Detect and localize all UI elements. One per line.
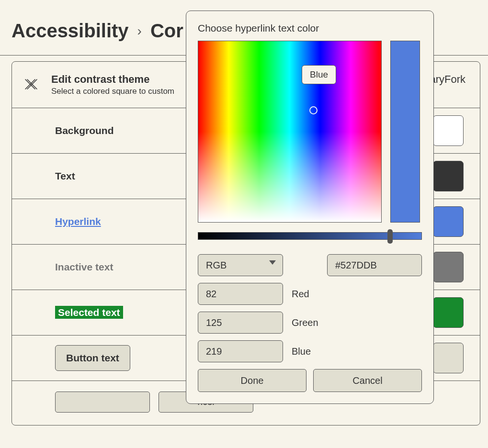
palette-icon xyxy=(23,75,40,92)
green-input[interactable]: 125 xyxy=(198,312,283,334)
selected-highlight: Selected text xyxy=(55,306,123,319)
breadcrumb-current: Cor xyxy=(150,20,183,42)
value-preview-bar[interactable] xyxy=(390,41,420,223)
panel-title: Edit contrast theme xyxy=(51,73,174,86)
swatch-text[interactable] xyxy=(433,161,464,191)
slider-thumb[interactable] xyxy=(387,229,393,244)
swatch-hyperlink[interactable] xyxy=(433,206,464,237)
red-label: Red xyxy=(292,289,309,300)
save-button[interactable] xyxy=(55,392,150,413)
chevron-right-icon: › xyxy=(137,23,142,39)
swatch-inactive[interactable] xyxy=(433,252,464,282)
blue-input[interactable]: 219 xyxy=(198,340,283,362)
input-value: 219 xyxy=(206,346,222,357)
color-mode-select[interactable]: RGB xyxy=(198,254,283,276)
green-label: Green xyxy=(292,317,318,328)
color-tooltip: Blue xyxy=(302,65,336,84)
breadcrumb-root[interactable]: Accessibility xyxy=(11,20,129,42)
select-value: RGB xyxy=(206,260,227,271)
hex-value: #527DDB xyxy=(335,260,377,271)
input-value: 82 xyxy=(206,289,216,300)
done-button[interactable]: Done xyxy=(198,369,306,392)
hex-input[interactable]: #527DDB xyxy=(327,254,422,276)
button-sample: Button text xyxy=(55,345,130,371)
panel-subtitle: Select a colored square to custom xyxy=(51,87,174,96)
swatch-button[interactable] xyxy=(433,343,464,373)
sv-cursor[interactable] xyxy=(309,106,318,114)
modal-cancel-button[interactable]: Cancel xyxy=(313,369,422,392)
swatch-background[interactable] xyxy=(433,115,464,146)
swatch-selected[interactable] xyxy=(433,297,464,328)
modal-title: Choose hyperlink text color xyxy=(198,22,422,34)
color-picker-modal: Choose hyperlink text color Blue RGB #52… xyxy=(186,11,434,404)
lightness-slider[interactable] xyxy=(198,232,422,240)
blue-label: Blue xyxy=(292,346,311,357)
saturation-hue-area[interactable]: Blue xyxy=(198,41,382,223)
red-input[interactable]: 82 xyxy=(198,283,283,305)
input-value: 125 xyxy=(206,317,222,328)
chevron-down-icon xyxy=(269,260,276,265)
